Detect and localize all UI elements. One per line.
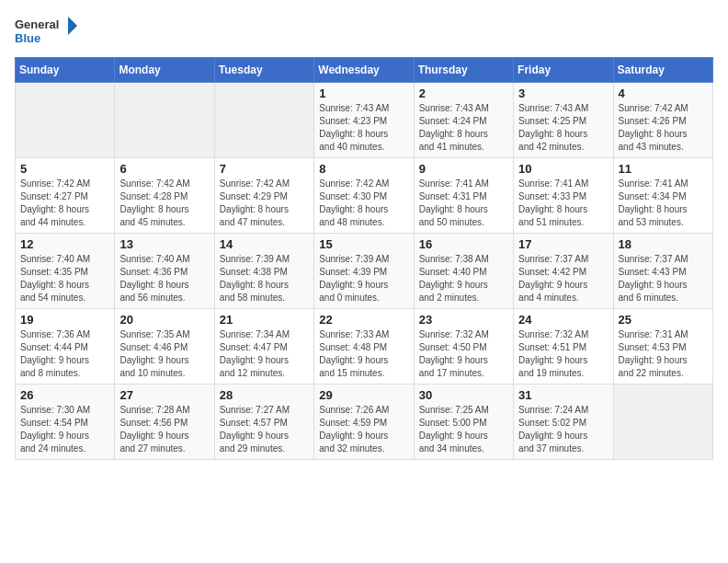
day-info: Sunrise: 7:42 AM Sunset: 4:27 PM Dayligh… (20, 178, 109, 229)
day-cell: 14Sunrise: 7:39 AM Sunset: 4:38 PM Dayli… (214, 234, 313, 309)
day-info: Sunrise: 7:32 AM Sunset: 4:50 PM Dayligh… (419, 328, 508, 380)
day-cell: 24Sunrise: 7:32 AM Sunset: 4:51 PM Dayli… (514, 309, 613, 385)
svg-text:Blue: Blue (15, 31, 40, 45)
week-row-4: 19Sunrise: 7:36 AM Sunset: 4:44 PM Dayli… (16, 309, 713, 385)
day-number: 2 (419, 86, 508, 100)
day-cell: 25Sunrise: 7:31 AM Sunset: 4:53 PM Dayli… (613, 309, 712, 385)
day-cell: 15Sunrise: 7:39 AM Sunset: 4:39 PM Dayli… (314, 234, 414, 309)
day-cell: 11Sunrise: 7:41 AM Sunset: 4:34 PM Dayli… (613, 158, 712, 234)
day-info: Sunrise: 7:42 AM Sunset: 4:26 PM Dayligh… (619, 102, 708, 154)
day-info: Sunrise: 7:42 AM Sunset: 4:30 PM Dayligh… (319, 178, 408, 229)
day-cell: 26Sunrise: 7:30 AM Sunset: 4:54 PM Dayli… (16, 385, 115, 460)
svg-marker-2 (68, 17, 77, 35)
svg-text:General: General (15, 17, 59, 31)
day-cell: 5Sunrise: 7:42 AM Sunset: 4:27 PM Daylig… (16, 158, 115, 234)
day-cell: 22Sunrise: 7:33 AM Sunset: 4:48 PM Dayli… (314, 309, 414, 385)
day-cell: 8Sunrise: 7:42 AM Sunset: 4:30 PM Daylig… (314, 158, 414, 234)
day-info: Sunrise: 7:43 AM Sunset: 4:23 PM Dayligh… (319, 102, 408, 154)
logo: General Blue (15, 15, 79, 48)
day-info: Sunrise: 7:25 AM Sunset: 5:00 PM Dayligh… (419, 404, 508, 455)
day-cell (16, 83, 115, 158)
day-number: 5 (20, 162, 109, 176)
day-number: 7 (220, 162, 309, 176)
header-cell-wednesday: Wednesday (314, 58, 414, 83)
day-cell: 2Sunrise: 7:43 AM Sunset: 4:24 PM Daylig… (414, 83, 513, 158)
day-info: Sunrise: 7:42 AM Sunset: 4:29 PM Dayligh… (220, 178, 309, 229)
day-number: 25 (619, 313, 708, 327)
day-number: 22 (319, 313, 408, 327)
day-cell (115, 83, 214, 158)
day-info: Sunrise: 7:39 AM Sunset: 4:38 PM Dayligh… (220, 253, 309, 304)
header-cell-sunday: Sunday (16, 58, 115, 83)
day-info: Sunrise: 7:36 AM Sunset: 4:44 PM Dayligh… (20, 328, 109, 380)
day-cell (613, 385, 712, 460)
day-number: 20 (119, 313, 209, 327)
day-cell: 7Sunrise: 7:42 AM Sunset: 4:29 PM Daylig… (214, 158, 313, 234)
day-number: 26 (20, 388, 109, 402)
day-number: 11 (619, 162, 708, 176)
day-number: 28 (220, 388, 309, 402)
day-info: Sunrise: 7:24 AM Sunset: 5:02 PM Dayligh… (518, 404, 608, 455)
day-number: 21 (220, 313, 309, 327)
day-number: 23 (419, 313, 508, 327)
day-cell: 1Sunrise: 7:43 AM Sunset: 4:23 PM Daylig… (314, 83, 414, 158)
day-number: 16 (419, 237, 508, 251)
week-row-5: 26Sunrise: 7:30 AM Sunset: 4:54 PM Dayli… (16, 385, 713, 460)
day-cell: 12Sunrise: 7:40 AM Sunset: 4:35 PM Dayli… (16, 234, 115, 309)
logo-svg: General Blue (15, 15, 79, 48)
day-number: 14 (220, 237, 309, 251)
day-number: 12 (20, 237, 109, 251)
day-cell: 10Sunrise: 7:41 AM Sunset: 4:33 PM Dayli… (514, 158, 613, 234)
day-info: Sunrise: 7:26 AM Sunset: 4:59 PM Dayligh… (319, 404, 408, 455)
day-cell: 18Sunrise: 7:37 AM Sunset: 4:43 PM Dayli… (613, 234, 712, 309)
day-cell: 23Sunrise: 7:32 AM Sunset: 4:50 PM Dayli… (414, 309, 513, 385)
day-cell: 30Sunrise: 7:25 AM Sunset: 5:00 PM Dayli… (414, 385, 513, 460)
day-number: 8 (319, 162, 408, 176)
day-cell: 4Sunrise: 7:42 AM Sunset: 4:26 PM Daylig… (613, 83, 712, 158)
day-number: 31 (518, 388, 608, 402)
day-number: 29 (319, 388, 408, 402)
day-number: 6 (119, 162, 209, 176)
header-cell-friday: Friday (514, 58, 613, 83)
day-number: 15 (319, 237, 408, 251)
day-info: Sunrise: 7:37 AM Sunset: 4:43 PM Dayligh… (619, 253, 708, 304)
day-info: Sunrise: 7:37 AM Sunset: 4:42 PM Dayligh… (518, 253, 608, 304)
day-cell: 13Sunrise: 7:40 AM Sunset: 4:36 PM Dayli… (115, 234, 214, 309)
day-cell: 31Sunrise: 7:24 AM Sunset: 5:02 PM Dayli… (514, 385, 613, 460)
day-info: Sunrise: 7:42 AM Sunset: 4:28 PM Dayligh… (119, 178, 209, 229)
day-number: 13 (119, 237, 209, 251)
day-number: 17 (518, 237, 608, 251)
day-info: Sunrise: 7:33 AM Sunset: 4:48 PM Dayligh… (319, 328, 408, 380)
day-info: Sunrise: 7:41 AM Sunset: 4:33 PM Dayligh… (518, 178, 608, 229)
day-info: Sunrise: 7:27 AM Sunset: 4:57 PM Dayligh… (220, 404, 309, 455)
day-number: 9 (419, 162, 508, 176)
day-number: 3 (518, 86, 608, 100)
week-row-2: 5Sunrise: 7:42 AM Sunset: 4:27 PM Daylig… (16, 158, 713, 234)
day-cell: 20Sunrise: 7:35 AM Sunset: 4:46 PM Dayli… (115, 309, 214, 385)
day-cell: 3Sunrise: 7:43 AM Sunset: 4:25 PM Daylig… (514, 83, 613, 158)
day-cell: 29Sunrise: 7:26 AM Sunset: 4:59 PM Dayli… (314, 385, 414, 460)
day-number: 18 (619, 237, 708, 251)
header-cell-saturday: Saturday (613, 58, 712, 83)
header-cell-tuesday: Tuesday (214, 58, 313, 83)
day-info: Sunrise: 7:43 AM Sunset: 4:25 PM Dayligh… (518, 102, 608, 154)
day-info: Sunrise: 7:40 AM Sunset: 4:36 PM Dayligh… (119, 253, 209, 304)
day-cell: 16Sunrise: 7:38 AM Sunset: 4:40 PM Dayli… (414, 234, 513, 309)
day-number: 19 (20, 313, 109, 327)
day-info: Sunrise: 7:35 AM Sunset: 4:46 PM Dayligh… (119, 328, 209, 380)
day-info: Sunrise: 7:41 AM Sunset: 4:31 PM Dayligh… (419, 178, 508, 229)
day-info: Sunrise: 7:31 AM Sunset: 4:53 PM Dayligh… (619, 328, 708, 380)
day-info: Sunrise: 7:38 AM Sunset: 4:40 PM Dayligh… (419, 253, 508, 304)
day-number: 24 (518, 313, 608, 327)
day-info: Sunrise: 7:41 AM Sunset: 4:34 PM Dayligh… (619, 178, 708, 229)
day-cell: 6Sunrise: 7:42 AM Sunset: 4:28 PM Daylig… (115, 158, 214, 234)
day-info: Sunrise: 7:40 AM Sunset: 4:35 PM Dayligh… (20, 253, 109, 304)
day-number: 4 (619, 86, 708, 100)
day-cell: 27Sunrise: 7:28 AM Sunset: 4:56 PM Dayli… (115, 385, 214, 460)
week-row-1: 1Sunrise: 7:43 AM Sunset: 4:23 PM Daylig… (16, 83, 713, 158)
page-header: General Blue (15, 15, 713, 48)
calendar-table: SundayMondayTuesdayWednesdayThursdayFrid… (15, 57, 713, 460)
day-number: 30 (419, 388, 508, 402)
week-row-3: 12Sunrise: 7:40 AM Sunset: 4:35 PM Dayli… (16, 234, 713, 309)
day-cell: 28Sunrise: 7:27 AM Sunset: 4:57 PM Dayli… (214, 385, 313, 460)
